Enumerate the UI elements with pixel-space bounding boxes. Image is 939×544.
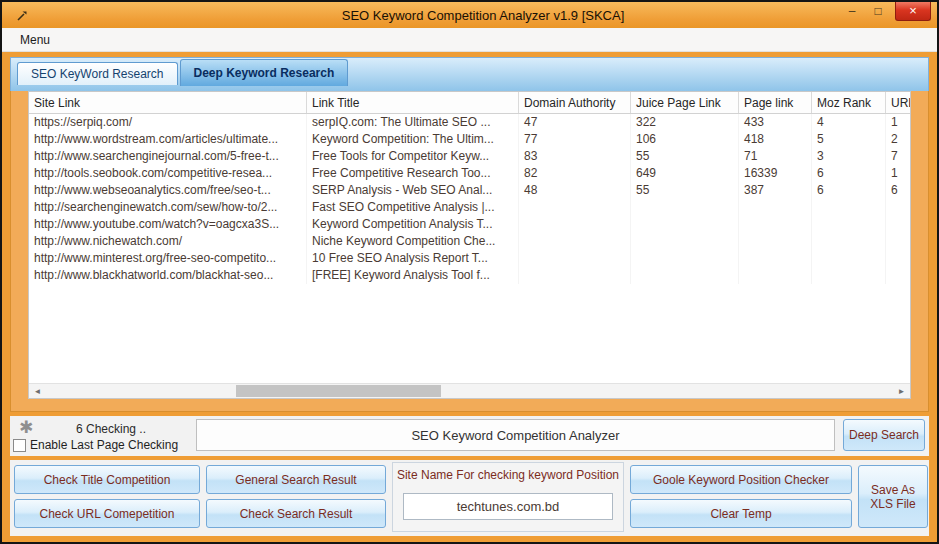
table-cell: http://www.minterest.org/free-seo-compet… <box>29 250 307 267</box>
clear-temp-button[interactable]: Clear Temp <box>630 499 852 528</box>
table-cell: 106 <box>631 131 739 148</box>
scroll-left-arrow-icon[interactable]: ◄ <box>29 384 46 398</box>
table-row[interactable]: http://www.nichewatch.com/Niche Keyword … <box>29 233 910 250</box>
column-header[interactable]: Juice Page Link <box>631 92 739 113</box>
scroll-right-arrow-icon[interactable]: ► <box>893 384 910 398</box>
grid-body: https://serpiq.com/serpIQ.com: The Ultim… <box>29 114 910 383</box>
spinner-icon: ✱ <box>19 417 33 438</box>
table-cell: http://www.webseoanalytics.com/free/seo-… <box>29 182 307 199</box>
table-cell: 82 <box>519 165 631 182</box>
minimize-button[interactable]: – <box>843 2 861 20</box>
table-cell: 1 <box>886 165 910 182</box>
scrollbar-thumb[interactable] <box>236 385 441 397</box>
table-cell <box>886 199 910 216</box>
table-cell: Fast SEO Competitive Analysis |... <box>307 199 519 216</box>
table-cell: Niche Keyword Competition Che... <box>307 233 519 250</box>
maximize-button[interactable]: □ <box>869 2 887 20</box>
column-header[interactable]: URL <box>886 92 911 113</box>
check-search-result-button[interactable]: Check Search Result <box>206 499 386 528</box>
column-header[interactable]: Domain Authority <box>519 92 631 113</box>
tab-deep-keyword-research[interactable]: Deep Keyword Research <box>180 59 349 86</box>
site-name-group-label: Site Name For checking keyword Position <box>393 468 623 482</box>
table-cell <box>519 233 631 250</box>
table-cell: http://tools.seobook.com/competitive-res… <box>29 165 307 182</box>
table-cell <box>886 216 910 233</box>
checking-status-text: 6 Checking .. <box>76 422 146 436</box>
table-cell: 322 <box>631 114 739 131</box>
app-window: SEO Keyword Competition Analyzer v1.9 [S… <box>0 0 939 544</box>
results-grid: Site LinkLink TitleDomain AuthorityJuice… <box>28 91 911 399</box>
table-cell <box>739 233 812 250</box>
table-cell <box>812 250 886 267</box>
grid-header-row: Site LinkLink TitleDomain AuthorityJuice… <box>29 92 910 114</box>
table-cell <box>812 199 886 216</box>
table-cell: http://www.blackhatworld.com/blackhat-se… <box>29 267 307 284</box>
google-keyword-position-checker-button[interactable]: Goole Keyword Position Checker <box>630 465 852 494</box>
table-cell: http://www.nichewatch.com/ <box>29 233 307 250</box>
table-cell: 6 <box>886 182 910 199</box>
table-cell: 3 <box>812 148 886 165</box>
table-row[interactable]: http://www.blackhatworld.com/blackhat-se… <box>29 267 910 284</box>
table-row[interactable]: https://serpiq.com/serpIQ.com: The Ultim… <box>29 114 910 131</box>
table-cell: 6 <box>812 182 886 199</box>
table-row[interactable]: http://www.youtube.com/watch?v=oagcxa3S.… <box>29 216 910 233</box>
table-cell: SERP Analysis - Web SEO Anal... <box>307 182 519 199</box>
table-cell <box>631 216 739 233</box>
table-cell: 4 <box>812 114 886 131</box>
app-name-banner: SEO Keyword Competition Analyzer <box>196 419 835 451</box>
table-cell <box>739 199 812 216</box>
table-cell <box>812 233 886 250</box>
table-cell <box>812 267 886 284</box>
save-as-xls-button[interactable]: Save As XLS File <box>858 465 928 528</box>
action-panel: Check Title Competition Check URL Comepe… <box>10 460 929 536</box>
status-strip: ✱ 6 Checking .. Enable Last Page Checkin… <box>10 416 929 456</box>
table-cell <box>739 267 812 284</box>
table-cell: 10 Free SEO Analysis Report T... <box>307 250 519 267</box>
menu-item-menu[interactable]: Menu <box>14 31 56 49</box>
table-cell: [FREE] Keyword Analysis Tool f... <box>307 267 519 284</box>
column-header[interactable]: Link Title <box>307 92 519 113</box>
check-url-competition-button[interactable]: Check URL Comepetition <box>14 499 200 528</box>
site-name-input[interactable] <box>403 493 613 520</box>
table-cell: http://www.wordstream.com/articles/ultim… <box>29 131 307 148</box>
table-row[interactable]: http://searchenginewatch.com/sew/how-to/… <box>29 199 910 216</box>
table-cell <box>886 250 910 267</box>
scrollbar-track[interactable] <box>46 384 893 398</box>
table-cell: 71 <box>739 148 812 165</box>
column-header[interactable]: Site Link <box>29 92 307 113</box>
table-row[interactable]: http://www.wordstream.com/articles/ultim… <box>29 131 910 148</box>
title-bar[interactable]: SEO Keyword Competition Analyzer v1.9 [S… <box>2 2 937 28</box>
table-cell: Free Competitive Research Too... <box>307 165 519 182</box>
table-cell <box>519 216 631 233</box>
table-cell: 433 <box>739 114 812 131</box>
table-row[interactable]: http://tools.seobook.com/competitive-res… <box>29 165 910 182</box>
table-cell: 48 <box>519 182 631 199</box>
horizontal-scrollbar[interactable]: ◄ ► <box>29 383 910 398</box>
table-row[interactable]: http://www.minterest.org/free-seo-compet… <box>29 250 910 267</box>
tab-seo-keyword-research[interactable]: SEO KeyWord Research <box>17 62 178 85</box>
table-cell: 77 <box>519 131 631 148</box>
menu-bar: Menu <box>2 28 937 52</box>
table-cell <box>739 216 812 233</box>
table-cell: http://searchenginewatch.com/sew/how-to/… <box>29 199 307 216</box>
table-cell <box>631 267 739 284</box>
tab-page-deep-keyword-research: Site LinkLink TitleDomain AuthorityJuice… <box>10 91 929 412</box>
close-button[interactable]: × <box>895 2 931 21</box>
table-cell <box>519 267 631 284</box>
table-row[interactable]: http://www.webseoanalytics.com/free/seo-… <box>29 182 910 199</box>
enable-last-page-checking[interactable]: Enable Last Page Checking <box>13 438 178 452</box>
deep-search-button[interactable]: Deep Search <box>843 419 925 451</box>
table-cell <box>812 216 886 233</box>
check-title-competition-button[interactable]: Check Title Competition <box>14 465 200 494</box>
column-header[interactable]: Moz Rank <box>812 92 886 113</box>
table-cell: Keyword Competition Analysis T... <box>307 216 519 233</box>
table-cell: 7 <box>886 148 910 165</box>
table-cell <box>631 250 739 267</box>
column-header[interactable]: Page link <box>739 92 812 113</box>
table-cell: 418 <box>739 131 812 148</box>
table-cell <box>886 267 910 284</box>
general-search-result-button[interactable]: General Search Result <box>206 465 386 494</box>
enable-last-page-checkbox[interactable] <box>13 439 26 452</box>
tab-control: SEO KeyWord Research Deep Keyword Resear… <box>10 57 929 412</box>
table-row[interactable]: http://www.searchenginejournal.com/5-fre… <box>29 148 910 165</box>
